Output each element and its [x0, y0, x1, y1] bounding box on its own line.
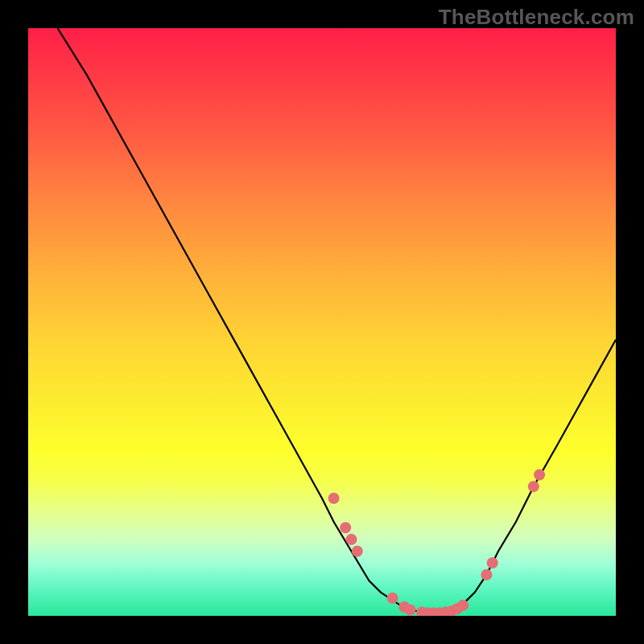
data-point: [528, 481, 539, 492]
watermark-text: TheBottleneck.com: [439, 5, 634, 30]
data-point: [405, 605, 416, 616]
data-point: [352, 546, 363, 557]
data-point: [346, 534, 357, 545]
curve-layer: [28, 28, 616, 616]
data-point: [481, 569, 492, 580]
data-point: [534, 469, 545, 481]
chart-frame: TheBottleneck.com: [0, 0, 644, 644]
plot-area: [28, 28, 616, 616]
bottleneck-curve: [58, 28, 617, 613]
data-point: [387, 592, 398, 604]
data-point: [328, 493, 340, 504]
data-points: [328, 469, 545, 616]
data-point: [487, 557, 498, 568]
data-point: [457, 600, 469, 611]
data-point: [340, 522, 351, 534]
